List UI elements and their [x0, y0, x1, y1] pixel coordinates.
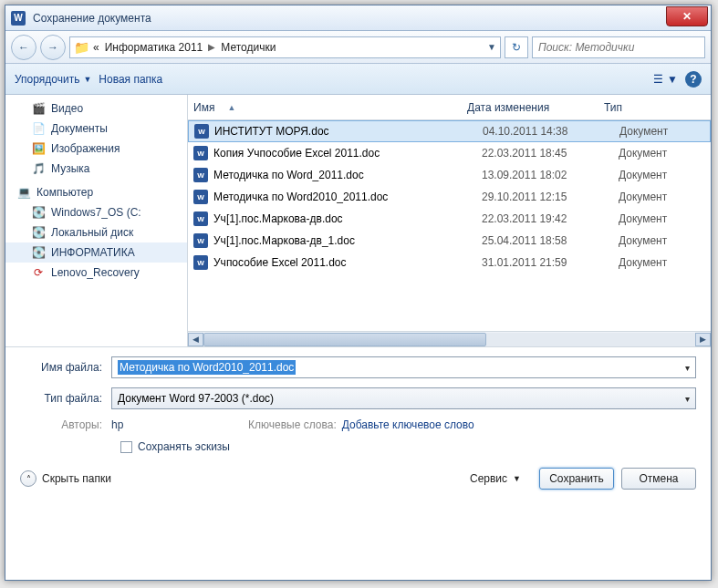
column-header-date[interactable]: Дата изменения — [467, 101, 604, 114]
sort-asc-icon: ▲ — [227, 103, 235, 112]
checkbox-label: Сохранять эскизы — [138, 440, 230, 453]
chevron-down-icon[interactable]: ▾ — [685, 363, 690, 373]
chevron-right-icon: ▶ — [208, 42, 215, 52]
file-date: 22.03.2011 19:42 — [482, 212, 619, 225]
sidebar-label: Lenovo_Recovery — [51, 266, 140, 279]
file-row[interactable]: WУч[1].пос.Маркова-дв_1.doc25.04.2011 18… — [188, 230, 711, 252]
breadcrumb[interactable]: « Информатика 2011 ▶ Методички — [93, 41, 276, 54]
documents-icon: 📄 — [31, 121, 46, 136]
refresh-button[interactable]: ↻ — [505, 36, 528, 58]
address-bar[interactable]: 📁 « Информатика 2011 ▶ Методички ▼ — [69, 36, 501, 58]
crumb-overflow[interactable]: « — [93, 41, 99, 54]
file-row[interactable]: WКопия Учпособие Excel 2011.doc22.03.201… — [188, 142, 711, 164]
organize-label: Упорядочить — [15, 73, 79, 86]
forward-button[interactable]: → — [40, 35, 66, 60]
file-name: Копия Учпособие Excel 2011.doc — [213, 147, 482, 160]
sidebar-item-pictures[interactable]: 🖼️Изображения — [5, 139, 187, 159]
sidebar-item-video[interactable]: 🎬Видео — [5, 98, 187, 119]
doc-icon: W — [194, 124, 209, 139]
horizontal-scrollbar[interactable]: ◀ ▶ — [188, 331, 711, 346]
file-type: Документ — [619, 212, 711, 225]
drive-icon: 💽 — [31, 245, 46, 260]
sidebar-label: Документы — [51, 122, 108, 135]
scroll-left-button[interactable]: ◀ — [188, 333, 203, 346]
chevron-down-icon: ▼ — [513, 474, 521, 483]
chevron-up-icon: ˄ — [20, 470, 36, 487]
chevron-down-icon[interactable]: ▾ — [685, 394, 690, 404]
new-folder-button[interactable]: Новая папка — [99, 73, 162, 86]
organize-menu[interactable]: Упорядочить ▼ — [15, 73, 91, 86]
filename-input[interactable]: Методичка по Word2010_2011.doc ▾ — [111, 356, 696, 378]
scroll-track[interactable] — [203, 333, 695, 346]
close-button[interactable]: ✕ — [666, 6, 708, 26]
sidebar-item-drive-local[interactable]: 💽Локальный диск — [5, 222, 187, 242]
authors-value[interactable]: hp — [111, 418, 248, 431]
save-button[interactable]: Сохранить — [539, 468, 614, 490]
refresh-icon: ↻ — [512, 41, 521, 54]
sidebar-item-drive-c[interactable]: 💽Windows7_OS (C: — [5, 202, 187, 222]
col-label: Тип — [604, 101, 622, 114]
view-mode-button[interactable]: ☰ ▼ — [653, 73, 678, 86]
tools-label: Сервис — [470, 472, 507, 485]
file-row[interactable]: WМетодичка по Word_2011.doc13.09.2011 18… — [188, 164, 711, 186]
filetype-label: Тип файла: — [20, 392, 111, 405]
file-row[interactable]: WМетодичка по Word2010_2011.doc29.10.201… — [188, 186, 711, 208]
file-type: Документ — [619, 256, 711, 269]
sidebar-item-drive-recovery[interactable]: ⟳Lenovo_Recovery — [5, 263, 187, 283]
file-name: Уч[1].пос.Маркова-дв_1.doc — [213, 234, 482, 247]
column-header-name[interactable]: Имя▲ — [193, 101, 467, 114]
scroll-thumb[interactable] — [203, 333, 486, 346]
scroll-right-button[interactable]: ▶ — [695, 333, 711, 346]
video-icon: 🎬 — [31, 101, 46, 116]
filetype-select[interactable]: Документ Word 97-2003 (*.doc) ▾ — [111, 387, 696, 409]
chevron-down-icon: ▼ — [667, 73, 678, 86]
address-dropdown-icon[interactable]: ▼ — [487, 42, 496, 52]
view-list-icon: ☰ — [653, 73, 663, 86]
file-row[interactable]: WУч[1].пос.Маркова-дв.doc22.03.2011 19:4… — [188, 208, 711, 230]
doc-icon: W — [193, 211, 208, 226]
doc-icon: W — [193, 233, 208, 248]
hide-folders-label: Скрыть папки — [42, 472, 111, 485]
search-input[interactable] — [538, 41, 699, 54]
hide-folders-button[interactable]: ˄ Скрыть папки — [20, 470, 111, 487]
doc-icon: W — [193, 255, 208, 270]
titlebar[interactable]: W Сохранение документа ✕ — [5, 5, 711, 31]
cancel-label: Отмена — [639, 472, 678, 485]
keywords-value[interactable]: Добавьте ключевое слово — [342, 418, 474, 431]
doc-icon: W — [193, 146, 208, 160]
new-folder-label: Новая папка — [99, 73, 162, 86]
keywords-label: Ключевые слова: — [248, 418, 342, 431]
sidebar-label: Музыка — [51, 162, 89, 175]
column-header-type[interactable]: Тип — [604, 101, 711, 114]
cancel-button[interactable]: Отмена — [621, 468, 696, 490]
sidebar-label: Изображения — [51, 142, 120, 155]
arrow-left-icon: ← — [18, 41, 29, 54]
back-button[interactable]: ← — [11, 35, 36, 60]
chevron-down-icon: ▼ — [83, 75, 91, 84]
dialog-body: 🎬Видео 📄Документы 🖼️Изображения 🎵Музыка … — [5, 95, 711, 346]
help-button[interactable]: ? — [685, 71, 702, 88]
drive-icon: 💽 — [31, 205, 46, 220]
sidebar-item-music[interactable]: 🎵Музыка — [5, 159, 187, 179]
tools-menu[interactable]: Сервис ▼ — [470, 472, 521, 485]
file-date: 22.03.2011 18:45 — [482, 147, 619, 160]
music-icon: 🎵 — [31, 161, 46, 176]
sidebar-item-drive-informatika[interactable]: 💽ИНФОРМАТИКА — [5, 242, 187, 263]
save-thumbnails-checkbox[interactable]: Сохранять эскизы — [120, 440, 696, 453]
file-row[interactable]: WИНСТИТУТ МОРЯ.doc04.10.2011 14:38Докуме… — [188, 120, 711, 142]
sidebar-item-documents[interactable]: 📄Документы — [5, 119, 187, 139]
crumb-level-1[interactable]: Информатика 2011 — [105, 41, 203, 54]
crumb-level-2[interactable]: Методички — [221, 41, 276, 54]
dialog-footer: ˄ Скрыть папки Сервис ▼ Сохранить Отмена — [20, 468, 696, 490]
nav-bar: ← → 📁 « Информатика 2011 ▶ Методички ▼ ↻ — [5, 31, 711, 64]
form-area: Имя файла: Методичка по Word2010_2011.do… — [5, 346, 711, 502]
search-box[interactable] — [532, 36, 705, 58]
file-date: 04.10.2011 14:38 — [483, 125, 619, 138]
toolbar: Упорядочить ▼ Новая папка ☰ ▼ ? — [5, 64, 711, 95]
save-dialog-window: W Сохранение документа ✕ ← → 📁 « Информа… — [5, 5, 712, 581]
window-title: Сохранение документа — [31, 12, 666, 25]
file-name: Методичка по Word_2011.doc — [213, 169, 482, 181]
sidebar-item-computer[interactable]: 💻Компьютер — [5, 182, 187, 202]
file-row[interactable]: WУчпособие Excel 2011.doc31.01.2011 21:5… — [188, 252, 711, 273]
file-name: Учпособие Excel 2011.doc — [213, 256, 482, 269]
